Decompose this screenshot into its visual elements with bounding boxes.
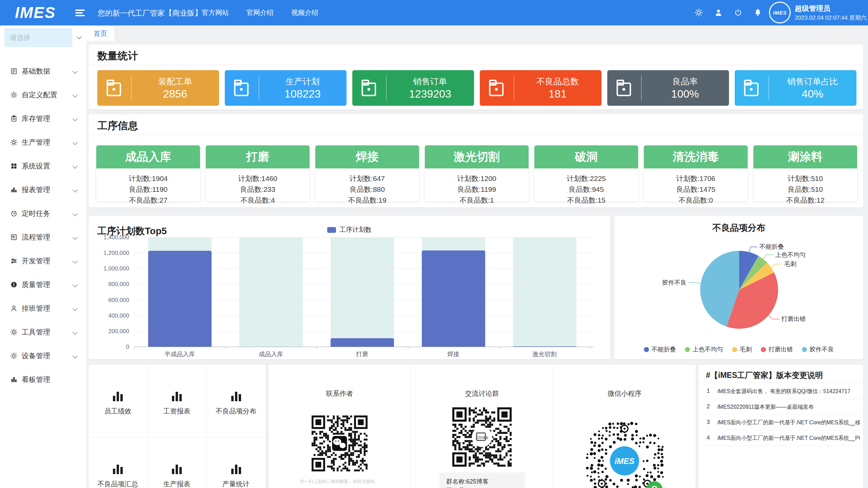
sidebar-search-select[interactable]: 请选择 xyxy=(4,28,72,47)
x-axis-tick xyxy=(590,347,591,349)
pie-legend-item-3[interactable]: 毛刺 xyxy=(732,345,752,353)
stat-card-value: 1239203 xyxy=(386,88,474,100)
bad-count: 不良品数:4 xyxy=(206,196,310,205)
avatar[interactable]: IMES xyxy=(769,2,791,23)
x-axis-label: 半成品入库 xyxy=(149,350,210,358)
plan-count: 计划数:1460 xyxy=(206,174,310,183)
report-item-6[interactable]: 产量统计 xyxy=(206,438,265,488)
bad-count: 不良品数:12 xyxy=(753,196,857,205)
archive-icon xyxy=(352,70,386,106)
stat-card-1[interactable]: 装配工单2856 xyxy=(97,70,219,106)
process-card-7[interactable]: 涮涂料计划数:510良品数:510不良品数:12 xyxy=(753,145,857,202)
legend-label: 打磨出错 xyxy=(769,345,793,353)
imes-dashboard: IMES 您的新一代工厂管家【商业版】 官方网站官网介绍视频介绍 IMES 超级… xyxy=(0,0,868,488)
stat-card-2[interactable]: 生产计划108223 xyxy=(225,70,347,106)
header-nav-link-1[interactable]: 官方网站 xyxy=(202,8,229,17)
divider xyxy=(88,65,863,65)
sidebar-item-label: 定时任务 xyxy=(22,209,50,218)
sidebar-item-2[interactable]: 自定义配置 xyxy=(0,83,86,107)
sidebar-item-4[interactable]: 生产管理 xyxy=(0,130,86,154)
pie-chart-panel: 不良品项分布 不能折叠上色不均匀毛刺打磨出错胶件不良 不能折叠上色不均匀毛刺打磨… xyxy=(614,216,863,359)
changelog-row-4[interactable]: 4iMES面向小型工厂的新一代基于.NET Core的MES系统__PC端 xyxy=(698,430,863,446)
plan-count: 计划数:1706 xyxy=(644,174,748,183)
pie-legend-item-1[interactable]: 不能折叠 xyxy=(644,345,676,353)
pie-legend-item-2[interactable]: 上色不均匀 xyxy=(685,345,723,353)
report-item-1[interactable]: 员工绩效 xyxy=(88,365,147,438)
process-card-5[interactable]: 破洞计划数:2225良品数:945不良品数:15 xyxy=(534,145,638,202)
sidebar-item-12[interactable]: 工具管理 xyxy=(0,320,86,344)
stat-card-5[interactable]: 良品率100% xyxy=(607,70,729,106)
process-card-6[interactable]: 清洗消毒计划数:1706良品数:1475不良品数:0 xyxy=(644,145,748,202)
gear-icon xyxy=(10,352,18,360)
sidebar-item-3[interactable]: 库存管理 xyxy=(0,107,86,130)
group-name: 群名称:625博客 xyxy=(446,477,525,486)
stat-card-4[interactable]: 不良品总数181 xyxy=(480,70,601,106)
process-card-1[interactable]: 成品入库计划数:1904良品数:1190不良品数:27 xyxy=(96,145,200,202)
discussion-group-title: 交流讨论群 xyxy=(411,389,553,398)
chevron-down-icon xyxy=(73,211,78,216)
grid-icon xyxy=(10,162,18,170)
process-card-4[interactable]: 激光切割计划数:1200良品数:1199不良品数:1 xyxy=(425,145,529,202)
sidebar-item-9[interactable]: 开发管理 xyxy=(0,249,86,273)
bell-icon[interactable] xyxy=(753,8,762,17)
sidebar-item-13[interactable]: 设备管理 xyxy=(0,344,86,368)
sidebar-item-10[interactable]: 质量管理 xyxy=(0,273,86,297)
changelog-row-3[interactable]: 3iMES面向小型工厂的新一代基于.NET Core的MES系统__移动端 xyxy=(698,415,863,430)
group-number: 群 号:200884994 xyxy=(446,486,525,488)
header-nav-link-3[interactable]: 视频介绍 xyxy=(291,8,318,17)
changelog-row-2[interactable]: 2iMES20220911版本更新——桌面端发布 xyxy=(698,399,863,415)
sidebar-item-11[interactable]: 排班管理 xyxy=(0,297,86,320)
x-axis-label: 激光切割 xyxy=(514,350,575,358)
report-item-5[interactable]: 生产报表 xyxy=(147,438,206,488)
bar-chart-icon xyxy=(206,391,265,401)
changelog-row-1[interactable]: 1iMES全套源码出售， 有意的联系QQ/微信：514224717 xyxy=(698,384,863,399)
report-item-label: 生产报表 xyxy=(147,480,206,488)
divider xyxy=(698,382,863,383)
sidebar-item-label: 流程管理 xyxy=(22,232,50,242)
sidebar-item-8[interactable]: 流程管理 xyxy=(0,225,86,249)
changelog-row-text: iMES面向小型工厂的新一代基于.NET Core的MES系统__移动端 xyxy=(717,419,860,426)
pie-legend-item-4[interactable]: 打磨出错 xyxy=(761,345,793,353)
legend-dot-icon xyxy=(644,347,649,352)
process-card-3[interactable]: 焊接计划数:647良品数:880不良品数:19 xyxy=(315,145,419,202)
sidebar-item-5[interactable]: 系统设置 xyxy=(0,154,86,178)
alert-icon xyxy=(10,281,18,288)
x-axis xyxy=(134,347,593,347)
sidebar-item-6[interactable]: 报表管理 xyxy=(0,178,86,202)
chevron-down-icon xyxy=(73,140,78,145)
user-icon[interactable] xyxy=(714,8,723,17)
bar-打磨 xyxy=(331,338,394,347)
sidebar-item-label: 工具管理 xyxy=(22,327,50,337)
hamburger-menu-icon[interactable] xyxy=(75,9,85,16)
report-item-2[interactable]: 工资报表 xyxy=(147,365,206,438)
report-item-label: 产量统计 xyxy=(206,480,265,488)
process-card-name: 清洗消毒 xyxy=(644,145,748,168)
process-card-name: 焊接 xyxy=(315,145,419,168)
report-item-label: 不良品项汇总 xyxy=(88,480,147,488)
tab-home[interactable]: 首页 xyxy=(86,26,114,41)
contact-author-section: 联系作者 扫一扫上面的二维码图案，加我为朋友。 xyxy=(269,365,411,488)
stat-card-value: 40% xyxy=(769,88,856,100)
process-card-name: 激光切割 xyxy=(425,145,529,168)
sidebar-item-14[interactable]: 看板管理 xyxy=(0,368,86,391)
gear-icon[interactable] xyxy=(694,8,703,17)
top-header: IMES 您的新一代工厂管家【商业版】 官方网站官网介绍视频介绍 IMES 超级… xyxy=(0,0,868,25)
header-nav: 官方网站官网介绍视频介绍 xyxy=(202,8,318,17)
good-count: 良品数:1475 xyxy=(644,185,748,194)
sidebar-item-1[interactable]: 基础数据 xyxy=(0,59,86,83)
power-icon[interactable] xyxy=(734,8,743,17)
stat-card-3[interactable]: 销售订单1239203 xyxy=(352,70,474,106)
stat-card-label: 不良品总数 xyxy=(514,76,601,87)
report-item-3[interactable]: 不良品项分布 xyxy=(206,365,265,438)
gridline xyxy=(134,237,593,238)
sidebar-item-7[interactable]: 定时任务 xyxy=(0,202,86,225)
person-icon xyxy=(10,305,18,312)
header-nav-link-2[interactable]: 官网介绍 xyxy=(246,8,274,17)
pie-legend-item-5[interactable]: 胶件不良 xyxy=(802,345,834,353)
chevron-down-icon xyxy=(73,282,78,287)
sidebar-item-label: 排班管理 xyxy=(22,304,50,313)
stat-card-6[interactable]: 销售订单占比40% xyxy=(735,70,856,106)
process-card-2[interactable]: 打磨计划数:1460良品数:233不良品数:4 xyxy=(206,145,310,202)
report-item-4[interactable]: 不良品项汇总 xyxy=(88,438,147,488)
bad-count: 不良品数:19 xyxy=(315,196,419,205)
